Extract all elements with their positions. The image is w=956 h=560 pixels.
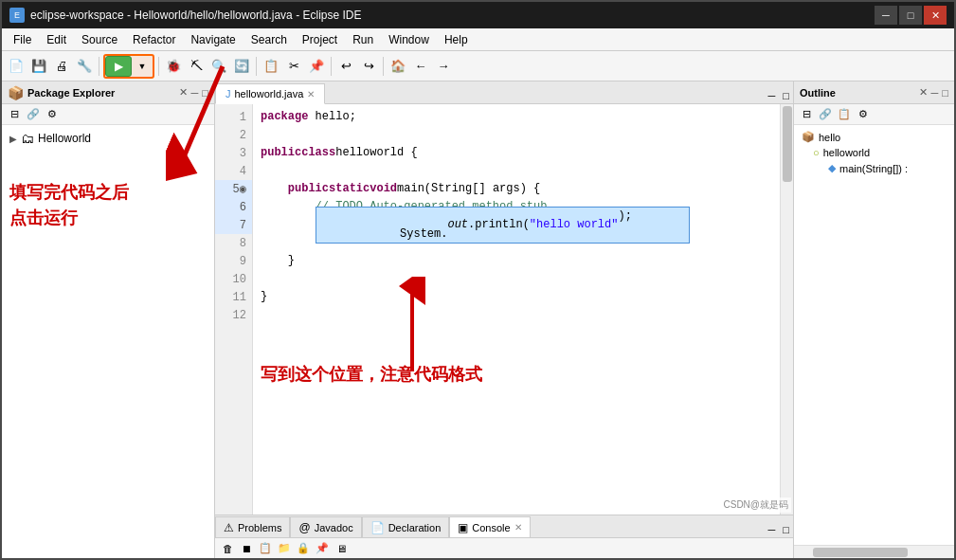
outline-item-hello[interactable]: 📦 hello [798, 129, 950, 145]
console-btn2[interactable]: ⏹ [238, 540, 255, 557]
outline-panel: Outline ✕ ─ □ ⊟ 🔗 📋 ⚙ 📦 hello ○ hellowor… [793, 81, 954, 558]
panel-min-button[interactable]: ─ [191, 87, 199, 99]
outline-btn1[interactable]: ⊟ [798, 106, 815, 123]
line-5: 5◉ [215, 180, 252, 198]
toolbar-btn-5[interactable]: 🔄 [231, 56, 252, 77]
line-11: 11 [215, 288, 252, 306]
panel-max-button[interactable]: □ [202, 87, 208, 99]
outline-close[interactable]: ✕ [919, 86, 928, 99]
bottom-toolbar: 🗑 ⏹ 📋 📁 🔒 📌 🖥 [215, 537, 793, 558]
menu-refactor[interactable]: Refactor [125, 31, 183, 48]
problems-icon: ⚠ [224, 521, 234, 534]
bottom-tab-console[interactable]: ▣ Console ✕ [449, 516, 530, 537]
tab-label: helloworld.java [235, 88, 304, 99]
outline-item-main[interactable]: ◆ main(String[]) : [798, 160, 950, 176]
console-btn4[interactable]: 📁 [276, 540, 293, 557]
toolbar-btn-13[interactable]: → [433, 56, 454, 77]
toolbar-btn-4[interactable]: 🔍 [208, 56, 229, 77]
code-line-11: } [261, 288, 772, 306]
minimize-button[interactable]: ─ [875, 6, 897, 25]
package-explorer-close[interactable]: ✕ [179, 86, 188, 99]
helloworld-class-icon: ○ [813, 147, 820, 158]
menu-edit[interactable]: Edit [39, 31, 74, 48]
outline-btn2[interactable]: 🔗 [817, 106, 834, 123]
bottom-tab-javadoc[interactable]: @ Javadoc [290, 516, 361, 537]
editor-scrollbar[interactable] [780, 104, 793, 515]
outline-min[interactable]: ─ [931, 87, 939, 99]
run-dropdown-button[interactable]: ▼ [132, 56, 153, 77]
editor-min-button[interactable]: ─ [765, 88, 780, 103]
outline-item-helloworld[interactable]: ○ helloworld [798, 145, 950, 160]
highlighted-code: System.out.println("hello world"); [316, 207, 690, 244]
bottom-tab-problems[interactable]: ⚠ Problems [215, 516, 290, 537]
separator-2 [158, 57, 159, 76]
menu-file[interactable]: File [6, 31, 39, 48]
toolbar-btn-10[interactable]: ↪ [358, 56, 379, 77]
menu-project[interactable]: Project [295, 31, 345, 48]
filter-button[interactable]: ⚙ [44, 106, 61, 123]
console-btn3[interactable]: 📋 [257, 540, 274, 557]
toolbar-btn-3[interactable]: ⛏ [186, 56, 207, 77]
print-button[interactable]: 🖨 [51, 56, 72, 77]
tab-close[interactable]: ✕ [307, 89, 315, 99]
editor-max-button[interactable]: □ [779, 88, 793, 103]
outline-btn4[interactable]: ⚙ [855, 106, 872, 123]
save-button[interactable]: 💾 [28, 56, 49, 77]
tree-item-helloworld[interactable]: ▶ 🗂 Helloworld [6, 129, 210, 148]
scrollbar-thumb[interactable] [783, 106, 792, 182]
separator-3 [256, 57, 257, 76]
console-btn5[interactable]: 🔒 [295, 540, 312, 557]
console-btn6[interactable]: 📌 [314, 540, 331, 557]
main-method-label: main(String[]) : [839, 163, 908, 174]
menu-search[interactable]: Search [244, 31, 295, 48]
editor-tabs: J helloworld.java ✕ ─ □ [215, 81, 793, 104]
hello-package-label: hello [819, 132, 840, 143]
new-button[interactable]: 📄 [6, 56, 27, 77]
run-button[interactable]: ▶ [105, 56, 132, 77]
watermark: CSDN@就是码 [721, 497, 792, 513]
console-clear[interactable]: 🗑 [219, 540, 236, 557]
bottom-panel-max[interactable]: □ [779, 522, 793, 537]
separator-4 [331, 57, 332, 76]
maximize-button[interactable]: □ [899, 6, 922, 25]
outline-content: 📦 hello ○ helloworld ◆ main(String[]) : [794, 125, 954, 545]
outline-btn3[interactable]: 📋 [836, 106, 853, 123]
console-label: Console [472, 522, 510, 533]
bottom-panel-min[interactable]: ─ [765, 522, 780, 537]
package-explorer-title: Package Explorer [27, 87, 175, 99]
toolbar-btn-11[interactable]: 🏠 [388, 56, 408, 77]
code-area[interactable]: package hello; public class helloworld {… [253, 104, 780, 515]
properties-button[interactable]: 🔧 [74, 56, 95, 77]
toolbar-btn-8[interactable]: 📌 [306, 56, 327, 77]
collapse-all-button[interactable]: ⊟ [6, 106, 23, 123]
toolbar-btn-7[interactable]: ✂ [283, 56, 304, 77]
bottom-tab-declaration[interactable]: 📄 Declaration [362, 516, 450, 537]
close-button[interactable]: ✕ [924, 6, 947, 25]
menu-run[interactable]: Run [345, 31, 381, 48]
link-button[interactable]: 🔗 [25, 106, 42, 123]
menu-help[interactable]: Help [437, 31, 476, 48]
line-8: 8 [215, 234, 252, 252]
console-close[interactable]: ✕ [514, 522, 522, 533]
menu-navigate[interactable]: Navigate [183, 31, 243, 48]
console-btn7[interactable]: 🖥 [333, 540, 350, 557]
annotation-line1: 填写完代码之后 [9, 180, 207, 206]
main-area: 📦 Package Explorer ✕ ─ □ ⊟ 🔗 ⚙ ▶ 🗂 Hello… [2, 81, 954, 558]
window-title: eclipse-workspace - Helloworld/hello/hel… [30, 9, 875, 22]
menu-window[interactable]: Window [381, 31, 437, 48]
outline-scrollbar-thumb[interactable] [813, 548, 908, 557]
editor-area[interactable]: 1 2 3 4 5◉ 6 7 8 9 10 11 12 package hell… [215, 104, 793, 515]
line-2: 2 [215, 126, 252, 144]
debug-button[interactable]: 🐞 [163, 56, 184, 77]
editor-tab-helloworld[interactable]: J helloworld.java ✕ [215, 83, 325, 104]
toolbar-btn-6[interactable]: 📋 [261, 56, 281, 77]
code-line-3: public class helloworld { [261, 144, 772, 162]
menu-source[interactable]: Source [74, 31, 125, 48]
expand-arrow: ▶ [9, 134, 17, 144]
toolbar-btn-9[interactable]: ↩ [335, 56, 356, 77]
menubar: File Edit Source Refactor Navigate Searc… [2, 28, 954, 51]
outline-toolbar: ⊟ 🔗 📋 ⚙ [794, 104, 954, 125]
toolbar-btn-12[interactable]: ← [410, 56, 431, 77]
outline-scrollbar[interactable] [794, 545, 954, 558]
outline-max[interactable]: □ [942, 87, 948, 99]
